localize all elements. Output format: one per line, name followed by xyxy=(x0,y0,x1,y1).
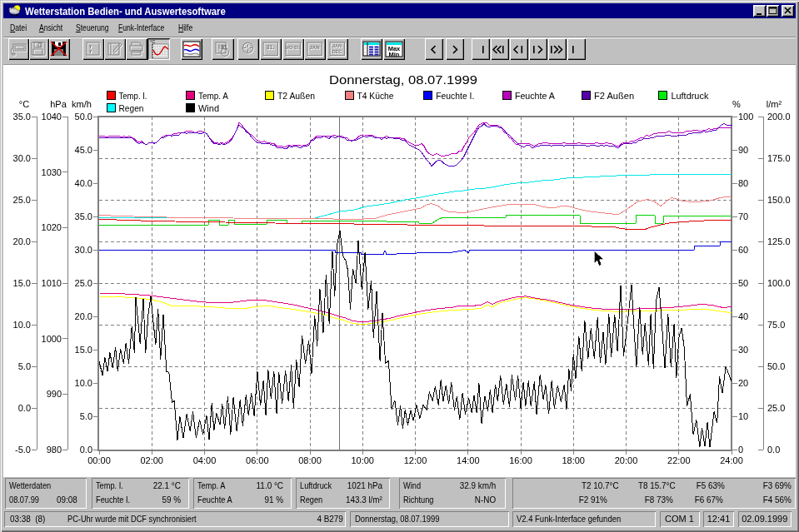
svg-text:1010: 1010 xyxy=(42,278,62,288)
svg-text:hPa: hPa xyxy=(50,99,67,109)
svg-text:0: 0 xyxy=(738,445,743,455)
svg-text:100: 100 xyxy=(738,112,753,122)
svg-text:Luftdruck: Luftdruck xyxy=(671,91,708,101)
svg-text:14:00: 14:00 xyxy=(457,455,480,465)
svg-text:10.0: 10.0 xyxy=(75,378,92,388)
svg-text:MO-SU: MO-SU xyxy=(285,45,300,50)
svg-text:990: 990 xyxy=(47,389,62,399)
svg-text:100.0: 100.0 xyxy=(767,278,791,288)
svg-text:Temp. I.: Temp. I. xyxy=(119,91,147,101)
svg-text:30.0: 30.0 xyxy=(13,153,31,163)
svg-text:20:00: 20:00 xyxy=(615,455,638,465)
svg-text:980: 980 xyxy=(47,445,62,455)
svg-text:04:00: 04:00 xyxy=(193,455,217,465)
svg-text:75.0: 75.0 xyxy=(767,320,785,330)
svg-text:24:00: 24:00 xyxy=(720,455,743,465)
svg-text:22:00: 22:00 xyxy=(667,455,691,465)
svg-text:31.: 31. xyxy=(267,44,275,50)
svg-text:-5.0: -5.0 xyxy=(15,445,31,455)
svg-text:175.0: 175.0 xyxy=(767,153,791,163)
svg-text:25.0: 25.0 xyxy=(75,278,92,288)
svg-text:°C: °C xyxy=(19,99,29,109)
svg-text:1000: 1000 xyxy=(42,334,62,344)
svg-text:JAN: JAN xyxy=(332,43,341,48)
svg-text:T2 Außen: T2 Außen xyxy=(277,91,315,101)
svg-text:5.0: 5.0 xyxy=(18,361,31,371)
svg-text:70: 70 xyxy=(738,211,748,221)
svg-text:Min: Min xyxy=(389,51,400,58)
svg-text:20: 20 xyxy=(738,378,748,388)
svg-text:0.0: 0.0 xyxy=(767,445,780,455)
svg-text:35.0: 35.0 xyxy=(13,112,31,122)
svg-text:08:00: 08:00 xyxy=(298,455,322,465)
svg-text:40.0: 40.0 xyxy=(75,178,92,188)
svg-text:00:00: 00:00 xyxy=(87,455,111,465)
svg-text:45.0: 45.0 xyxy=(75,145,92,155)
svg-text:1020: 1020 xyxy=(42,222,62,232)
svg-text:10:00: 10:00 xyxy=(351,455,374,465)
svg-text:40: 40 xyxy=(738,311,748,321)
svg-text:18:00: 18:00 xyxy=(562,455,585,465)
svg-text:20.0: 20.0 xyxy=(75,311,92,321)
svg-text:25.0: 25.0 xyxy=(13,195,31,205)
svg-text:T4 Küche: T4 Küche xyxy=(357,91,394,101)
svg-text:F2 Außen: F2 Außen xyxy=(594,91,634,101)
svg-text:0.0: 0.0 xyxy=(18,403,31,413)
svg-text:150.0: 150.0 xyxy=(767,195,791,205)
svg-text:06:00: 06:00 xyxy=(246,455,269,465)
svg-text:20.0: 20.0 xyxy=(13,236,31,246)
svg-text:%: % xyxy=(732,99,741,109)
svg-text:10.0: 10.0 xyxy=(13,320,31,330)
svg-text:1030: 1030 xyxy=(42,167,62,177)
svg-text:Donnerstag, 08.07.1999: Donnerstag, 08.07.1999 xyxy=(329,72,477,87)
svg-text:°C: °C xyxy=(150,39,155,44)
svg-text:60: 60 xyxy=(738,245,748,255)
svg-text:Temp. A: Temp. A xyxy=(198,91,229,101)
svg-text:50: 50 xyxy=(738,278,748,288)
svg-text:35.0: 35.0 xyxy=(75,211,92,221)
svg-text:200.0: 200.0 xyxy=(767,112,791,122)
svg-text:DEC: DEC xyxy=(332,49,342,54)
svg-text:0.0: 0.0 xyxy=(80,445,92,455)
svg-text:15.0: 15.0 xyxy=(75,345,92,355)
svg-text:Feuchte I.: Feuchte I. xyxy=(436,91,474,101)
svg-text:5.0: 5.0 xyxy=(80,411,92,421)
svg-text:90: 90 xyxy=(738,145,748,155)
svg-text:80: 80 xyxy=(738,178,748,188)
svg-text:1040: 1040 xyxy=(42,112,62,122)
svg-text:50.0: 50.0 xyxy=(767,361,785,371)
svg-text:l/m²: l/m² xyxy=(767,99,782,109)
svg-text:125.0: 125.0 xyxy=(767,236,791,246)
svg-text:Feuchte A: Feuchte A xyxy=(515,91,556,101)
svg-text:15.0: 15.0 xyxy=(13,278,31,288)
svg-text:JAN: JAN xyxy=(309,45,319,50)
svg-text:30: 30 xyxy=(738,345,748,355)
svg-text:Regen: Regen xyxy=(119,103,144,113)
svg-text:30.0: 30.0 xyxy=(75,245,92,255)
svg-text:Wind: Wind xyxy=(198,103,219,113)
svg-text:25.0: 25.0 xyxy=(767,403,785,413)
svg-text:16:00: 16:00 xyxy=(509,455,532,465)
svg-text:km/h: km/h xyxy=(72,99,92,109)
svg-text:12:00: 12:00 xyxy=(404,455,427,465)
svg-text:50.0: 50.0 xyxy=(75,112,92,122)
svg-text:10: 10 xyxy=(738,411,748,421)
svg-text:02:00: 02:00 xyxy=(140,455,163,465)
